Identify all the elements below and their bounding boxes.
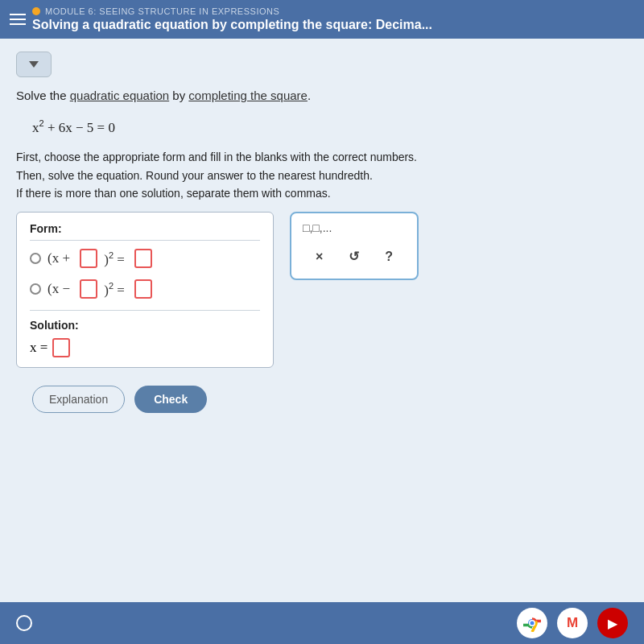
gmail-icon[interactable]: M <box>557 608 588 638</box>
input-box-1a[interactable] <box>80 249 97 268</box>
close-button[interactable]: × <box>309 246 329 267</box>
bottom-bar: Explanation Check <box>16 378 628 421</box>
explanation-button[interactable]: Explanation <box>32 386 125 413</box>
form-option-1: (x + )2 = <box>30 249 260 268</box>
problem-statement: Solve the quadratic equation by completi… <box>16 87 628 105</box>
form-answer-row: Form: (x + )2 = (x − )2 = Solution: <box>16 212 628 368</box>
footer-icons: M ▶ <box>517 608 628 638</box>
answer-placeholder: □,□,... <box>303 221 332 234</box>
solution-section: Solution: x = <box>30 310 260 357</box>
module-label: MODULE 6: SEEING STRUCTURE IN EXPRESSION… <box>32 6 634 16</box>
instructions: First, choose the appropriate form and f… <box>16 148 628 202</box>
menu-icon[interactable] <box>10 14 26 25</box>
quadratic-equation-link[interactable]: quadratic equation <box>70 89 169 102</box>
footer-circle <box>16 615 32 631</box>
solution-row: x = <box>30 338 260 357</box>
radio-option-1[interactable] <box>30 253 41 264</box>
svg-point-2 <box>530 621 535 625</box>
solution-title: Solution: <box>30 319 260 332</box>
completing-square-link[interactable]: completing the square <box>188 89 308 102</box>
dropdown-button[interactable] <box>16 52 52 77</box>
module-dot <box>32 7 40 15</box>
chrome-icon[interactable] <box>517 608 547 638</box>
radio-option-2[interactable] <box>30 283 41 295</box>
solution-input-box[interactable] <box>52 338 70 357</box>
header-bar: MODULE 6: SEEING STRUCTURE IN EXPRESSION… <box>0 0 644 39</box>
answer-buttons: × ↺ ? <box>303 242 406 270</box>
chevron-down-icon <box>29 61 39 68</box>
input-box-1b[interactable] <box>134 249 152 268</box>
youtube-icon[interactable]: ▶ <box>597 608 628 638</box>
input-box-2a[interactable] <box>80 279 97 299</box>
answer-display: □,□,... <box>303 221 406 234</box>
answer-panel: □,□,... × ↺ ? <box>290 212 419 280</box>
footer-bar: M ▶ <box>0 602 644 644</box>
form-option-2: (x − )2 = <box>30 279 260 299</box>
form-title: Form: <box>30 222 260 241</box>
undo-button[interactable]: ↺ <box>342 246 365 267</box>
main-content: Solve the quadratic equation by completi… <box>0 39 644 602</box>
check-button[interactable]: Check <box>134 386 207 413</box>
header-title: Solving a quadratic equation by completi… <box>32 18 634 32</box>
help-button[interactable]: ? <box>378 246 399 267</box>
equation-display: x2 + 6x − 5 = 0 <box>16 115 628 139</box>
form-box: Form: (x + )2 = (x − )2 = Solution: <box>16 212 274 368</box>
input-box-2b[interactable] <box>134 279 152 299</box>
